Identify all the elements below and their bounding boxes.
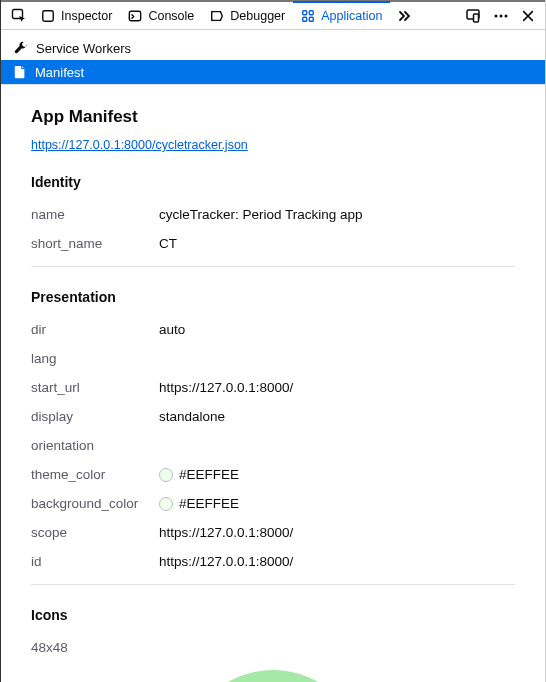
row-name: name cycleTracker: Period Tracking app (31, 200, 515, 229)
color-text: #EEFFEE (179, 496, 239, 511)
inspect-element-button[interactable] (5, 2, 33, 30)
row-scope: scope https://127.0.0.1:8000/ (31, 518, 515, 547)
identity-section: Identity name cycleTracker: Period Track… (31, 174, 515, 267)
key: dir (31, 322, 159, 337)
value: auto (159, 322, 185, 337)
svg-point-11 (505, 14, 508, 17)
sidebar-item-manifest[interactable]: Manifest (1, 60, 545, 84)
svg-rect-6 (310, 17, 314, 21)
row-orientation: orientation (31, 431, 515, 460)
console-icon (128, 9, 142, 23)
row-icon-size: 48x48 (31, 633, 515, 662)
ellipsis-icon (493, 8, 509, 24)
svg-rect-4 (310, 11, 314, 15)
row-dir: dir auto (31, 315, 515, 344)
value: #EEFFEE (159, 467, 239, 482)
row-display: display standalone (31, 402, 515, 431)
tab-label: Application (321, 9, 382, 23)
key: theme_color (31, 467, 159, 482)
row-short-name: short_name CT (31, 229, 515, 258)
value: https://127.0.0.1:8000/ (159, 525, 293, 540)
close-devtools-button[interactable] (515, 2, 541, 30)
presentation-section: Presentation dir auto lang start_url htt… (31, 289, 515, 585)
close-icon (521, 9, 535, 23)
manifest-panel: App Manifest https://127.0.0.1:8000/cycl… (1, 85, 545, 682)
svg-rect-5 (303, 17, 307, 21)
sidebar-item-label: Service Workers (36, 41, 131, 56)
value: CT (159, 236, 177, 251)
row-lang: lang (31, 344, 515, 373)
tab-debugger[interactable]: Debugger (202, 2, 293, 30)
application-sidebar: Service Workers Manifest (1, 30, 545, 85)
icon-preview (183, 670, 363, 682)
value: #EEFFEE (159, 496, 239, 511)
more-options-button[interactable] (487, 2, 515, 30)
tab-label: Debugger (230, 9, 285, 23)
presentation-title: Presentation (31, 289, 515, 305)
devtools-toolbar: Inspector Console Debugger Applicat (1, 0, 545, 30)
key: lang (31, 351, 159, 366)
color-text: #EEFFEE (179, 467, 239, 482)
color-swatch (159, 468, 173, 482)
divider (31, 266, 515, 267)
overflow-tabs-button[interactable] (390, 2, 418, 30)
chevrons-right-icon (396, 8, 412, 24)
tab-label: Console (148, 9, 194, 23)
sidebar-item-label: Manifest (35, 65, 84, 80)
key: id (31, 554, 159, 569)
svg-point-9 (495, 14, 498, 17)
debugger-icon (210, 9, 224, 23)
identity-title: Identity (31, 174, 515, 190)
icons-section: Icons 48x48 (31, 607, 515, 682)
icons-title: Icons (31, 607, 515, 623)
responsive-mode-button[interactable] (459, 2, 487, 30)
tab-inspector[interactable]: Inspector (33, 2, 120, 30)
value: https://127.0.0.1:8000/ (159, 380, 293, 395)
panel-heading: App Manifest (31, 107, 515, 127)
sidebar-item-service-workers[interactable]: Service Workers (1, 36, 545, 60)
divider (31, 584, 515, 585)
file-icon (13, 65, 27, 79)
inspector-icon (41, 9, 55, 23)
key: orientation (31, 438, 159, 453)
application-icon (301, 9, 315, 23)
svg-rect-2 (130, 11, 141, 21)
key: name (31, 207, 159, 222)
row-id: id https://127.0.0.1:8000/ (31, 547, 515, 576)
tab-application[interactable]: Application (293, 1, 390, 30)
key: scope (31, 525, 159, 540)
value: cycleTracker: Period Tracking app (159, 207, 363, 222)
icon-preview-wrap (31, 670, 515, 682)
value: https://127.0.0.1:8000/ (159, 554, 293, 569)
key: display (31, 409, 159, 424)
color-swatch (159, 497, 173, 511)
key: background_color (31, 496, 159, 511)
tab-label: Inspector (61, 9, 112, 23)
tab-console[interactable]: Console (120, 2, 202, 30)
key: 48x48 (31, 640, 159, 655)
responsive-icon (465, 8, 481, 24)
pick-element-icon (11, 8, 27, 24)
svg-rect-8 (474, 14, 479, 22)
key: short_name (31, 236, 159, 251)
manifest-url-link[interactable]: https://127.0.0.1:8000/cycletracker.json (31, 138, 248, 152)
svg-point-10 (500, 14, 503, 17)
key: start_url (31, 380, 159, 395)
svg-rect-3 (303, 11, 307, 15)
wrench-icon (13, 41, 28, 56)
row-background-color: background_color #EEFFEE (31, 489, 515, 518)
row-theme-color: theme_color #EEFFEE (31, 460, 515, 489)
svg-rect-1 (43, 10, 54, 21)
row-start-url: start_url https://127.0.0.1:8000/ (31, 373, 515, 402)
value: standalone (159, 409, 225, 424)
